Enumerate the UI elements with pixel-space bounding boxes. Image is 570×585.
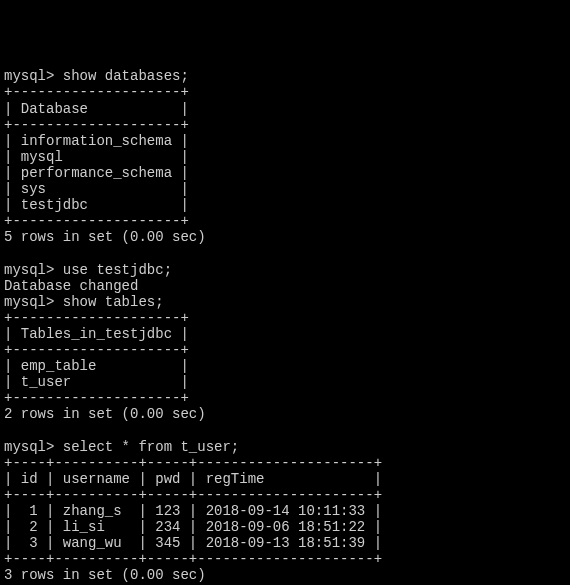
mysql-terminal[interactable]: mysql> show databases; +----------------… bbox=[4, 68, 566, 585]
